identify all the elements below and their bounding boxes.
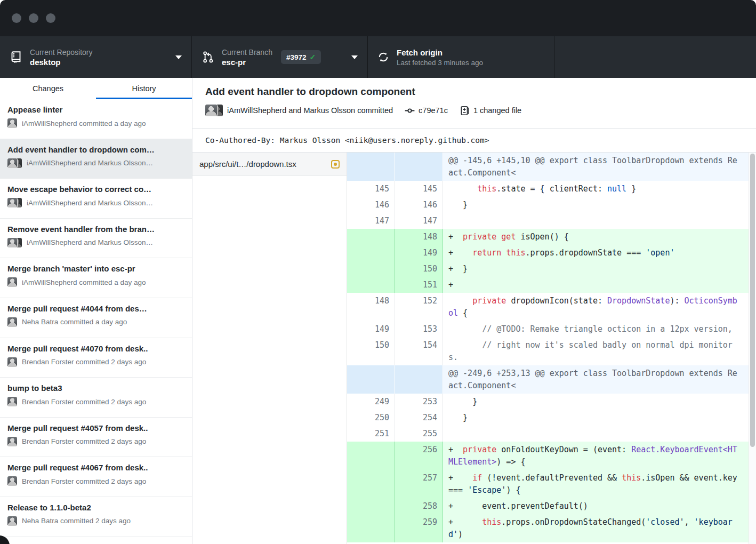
commit-list: Appease linteriAmWillShepherd committed …	[0, 99, 192, 544]
avatar	[205, 105, 217, 116]
diff-new-line-number: 152	[395, 293, 443, 321]
commit-list-item[interactable]: Merge pull request #4070 from desk..Bren…	[0, 338, 192, 378]
diff-new-line-number: 259	[395, 514, 443, 542]
branch-section-text: Current Branch esc-pr	[222, 48, 272, 67]
commit-item-author-row: Brendan Forster committed 2 days ago	[7, 397, 184, 406]
commit-list-item[interactable]: Merge pull request #4050 from desk…	[0, 537, 192, 544]
diff-line-ctx: 250254 }	[347, 410, 749, 426]
branch-name: esc-pr	[222, 58, 272, 67]
diff-line-hunk: @@ -145,6 +145,10 @@ export class Toolba…	[347, 153, 749, 181]
commit-item-author-row: iAmWillShepherd committed a day ago	[7, 277, 184, 287]
commit-list-item[interactable]: Remove event handler from the bran…iAmWi…	[0, 219, 192, 259]
diff-scrollbar-thumb[interactable]	[750, 154, 755, 447]
tab-history[interactable]: History	[96, 78, 192, 99]
commit-list-item[interactable]: Merge pull request #4067 from desk..Bren…	[0, 457, 192, 497]
commit-item-author-row: iAmWillShepherd and Markus Olsson…	[7, 158, 184, 168]
commit-list-item[interactable]: Merge branch 'master' into esc-priAmWill…	[0, 258, 192, 298]
fetch-subtitle: Last fetched 3 minutes ago	[397, 59, 483, 67]
commit-item-title: Release to 1.1.0-beta2	[7, 503, 184, 512]
avatar	[7, 238, 17, 247]
diff-new-line-number: 254	[395, 410, 443, 426]
diff-line-ctx: 146146 }	[347, 197, 749, 213]
commit-item-avatars	[7, 357, 17, 367]
diff-code-text: + }	[443, 261, 749, 277]
commit-list-item[interactable]: Merge pull request #4057 from desk..Bren…	[0, 418, 192, 458]
titlebar	[0, 0, 756, 36]
diff-old-line-number	[347, 229, 395, 245]
sidebar-tabbar: Changes History	[0, 78, 192, 99]
fetch-title: Fetch origin	[397, 48, 483, 57]
diff-line-ctx: 145145 this.state = { clientRect: null }	[347, 181, 749, 197]
avatar	[7, 357, 17, 367]
commit-byline: iAmWillShepherd and Markus Olsson commit…	[227, 106, 393, 115]
commit-item-title: Merge pull request #4044 from des…	[7, 304, 184, 313]
commit-list-item[interactable]: Release to 1.1.0-beta2Neha Batra committ…	[0, 497, 192, 537]
diff-rows: @@ -145,6 +145,10 @@ export class Toolba…	[347, 153, 749, 542]
diff-line-add: 259+ this.props.onDropdownStateChanged('…	[347, 514, 749, 542]
commit-list-item[interactable]: Appease linteriAmWillShepherd committed …	[0, 99, 192, 139]
main-panel: Add event handler to dropdown component …	[192, 78, 756, 544]
file-modified-icon	[331, 160, 340, 169]
sync-icon	[377, 51, 389, 63]
branch-dropdown-button[interactable]: Current Branch esc-pr #3972 ✓	[192, 36, 368, 78]
diff-old-line-number: 149	[347, 321, 395, 337]
diff-line-ctx: 150154 // right now it's scaled badly on…	[347, 337, 749, 365]
diff-old-line-number	[347, 277, 395, 293]
pr-number-badge[interactable]: #3972 ✓	[281, 50, 321, 64]
commit-list-item[interactable]: Add event handler to dropdown com…iAmWil…	[0, 139, 192, 179]
avatar	[7, 198, 17, 207]
commit-sha[interactable]: c79e71c	[419, 106, 448, 115]
diff-old-line-number: 250	[347, 410, 395, 426]
diff-new-line-number: 146	[395, 197, 443, 213]
commit-icon	[405, 106, 415, 116]
diff-code-text: + if (!event.defaultPrevented && this.is…	[443, 470, 749, 498]
commit-item-author: Brendan Forster committed 2 days ago	[22, 398, 146, 406]
diff-new-line-number: 153	[395, 321, 443, 337]
diff-old-line-number	[347, 442, 395, 470]
avatar	[7, 476, 17, 486]
diff-new-line-number: 154	[395, 337, 443, 365]
commit-item-author-row: Neha Batra committed 2 days ago	[7, 516, 184, 526]
repository-dropdown-button[interactable]: Current Repository desktop	[0, 36, 192, 78]
commit-list-item[interactable]: Move escape behavior to correct co…iAmWi…	[0, 179, 192, 219]
avatar	[7, 397, 17, 406]
pr-number: #3972	[286, 53, 307, 61]
commit-item-author: iAmWillShepherd and Markus Olsson…	[27, 199, 153, 207]
branch-label: Current Branch	[222, 48, 272, 57]
diff-line-ctx: 148152 private dropdownIcon(state: Dropd…	[347, 293, 749, 321]
commit-item-author-row: Brendan Forster committed 2 days ago	[7, 357, 184, 367]
diff-old-line-number	[347, 153, 395, 181]
fetch-origin-button[interactable]: Fetch origin Last fetched 3 minutes ago	[368, 36, 554, 78]
diff-code-text: // right now it's scaled badly on normal…	[443, 337, 749, 365]
commit-list-item[interactable]: bump to beta3Brendan Forster committed 2…	[0, 378, 192, 418]
window-zoom-button[interactable]	[46, 13, 55, 23]
commit-item-avatars	[7, 516, 17, 526]
window-minimize-button[interactable]	[29, 13, 38, 23]
commit-item-avatars	[7, 238, 22, 247]
diff-line-add: 257+ if (!event.defaultPrevented && this…	[347, 470, 749, 498]
diff-old-line-number: 146	[347, 197, 395, 213]
tab-changes[interactable]: Changes	[0, 78, 96, 99]
file-path: app/src/ui/t…/dropdown.tsx	[199, 159, 327, 169]
commit-sha-group: c79e71c	[405, 106, 448, 116]
changed-files-count: 1 changed file	[473, 106, 521, 115]
commit-header: Add event handler to dropdown component …	[192, 78, 756, 128]
diff-code-text: @@ -145,6 +145,10 @@ export class Toolba…	[443, 153, 749, 181]
diff-code-text: + event.preventDefault()	[443, 498, 749, 514]
repository-section-text: Current Repository desktop	[30, 48, 93, 67]
diff-code-text: + return this.props.dropdownState === 'o…	[443, 245, 749, 261]
commit-item-author-row: iAmWillShepherd and Markus Olsson…	[7, 198, 184, 207]
commit-meta: iAmWillShepherd and Markus Olsson commit…	[205, 105, 743, 116]
changed-files-group: 1 changed file	[460, 106, 521, 116]
ci-success-check-icon: ✓	[309, 53, 316, 61]
file-list-item[interactable]: app/src/ui/t…/dropdown.tsx	[192, 153, 347, 176]
diff-scrollbar[interactable]	[749, 153, 756, 544]
diff-old-line-number	[347, 245, 395, 261]
diff-file-icon	[460, 106, 470, 116]
commit-list-item[interactable]: Merge pull request #4044 from des…Neha B…	[0, 298, 192, 338]
diff-code-text: private dropdownIcon(state: DropdownStat…	[443, 293, 749, 321]
diff-old-line-number	[347, 470, 395, 498]
commit-item-avatars	[7, 198, 22, 207]
window-close-button[interactable]	[12, 13, 21, 23]
avatar	[7, 437, 17, 446]
